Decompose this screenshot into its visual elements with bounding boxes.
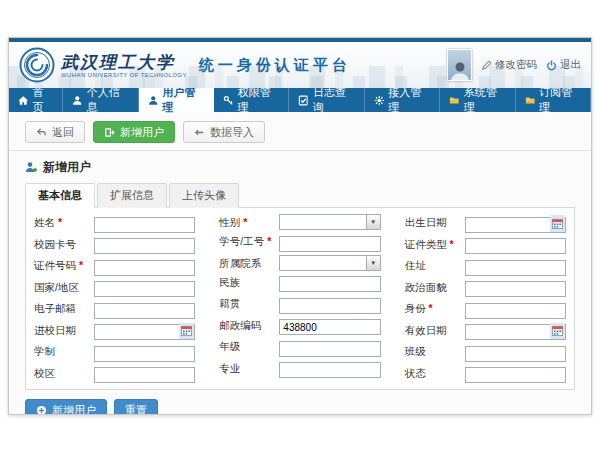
user-avatar[interactable] [447,49,472,81]
student-staff-id-input[interactable] [279,236,380,252]
reset-label: 重置 [125,403,147,416]
nav-label: 用户管理 [162,85,204,115]
status-label: 状态 [405,365,465,384]
form-tabs: 基本信息 扩展信息 上传头像 [25,183,575,208]
school-system-input[interactable] [94,346,195,362]
reset-button[interactable]: 重置 [114,399,158,415]
campus-card-no-input[interactable] [94,238,195,254]
logout-button[interactable]: 退出 [546,58,581,72]
major-input[interactable] [279,362,380,378]
gender-selected-value [280,215,365,229]
nav-item-user-management[interactable]: 用户管理 [139,88,214,112]
grade-input[interactable] [279,341,380,357]
nav-item-subscription-management[interactable]: 订阅管理 [516,88,591,112]
country-region-label: 国家/地区 [34,279,94,298]
name-input[interactable] [94,217,195,233]
nav-label: 日志查询 [313,85,355,115]
form-column: 性别▼学号/工号所属院系▼民族籍贯邮政编码年级专业 [219,214,380,383]
native-place-input[interactable] [279,298,380,314]
birth-date-field [465,214,566,233]
class-label: 班级 [405,343,465,362]
nav-item-personal-info[interactable]: 个人信息 [63,88,138,112]
section-title: 新增用户 [43,159,91,176]
app-window: 武汉理工大学 WUHAN UNIVERSITY OF TECHNOLOGY 统一… [8,37,592,415]
gear-icon [374,95,384,106]
class-input[interactable] [465,346,566,362]
identity-field [465,300,566,319]
add-user-submit-button[interactable]: 新增用户 [25,399,107,415]
tab-extended-info[interactable]: 扩展信息 [97,183,167,208]
id-number-input[interactable] [94,260,195,276]
main-nav: 首页 个人信息 用户管理 权限管理 日志查询 接入管理 系统管理 订阅管理 [9,88,591,112]
home-icon [18,95,28,106]
key-icon [223,95,233,106]
nav-label: 接入管理 [388,85,430,115]
birth-date-label: 出生日期 [405,214,465,233]
campus-field [94,365,195,384]
avatar-silhouette-icon [450,60,470,81]
postal-code-input[interactable] [279,319,380,335]
student-staff-id-field [279,233,380,252]
entry-date-calendar-button[interactable] [179,323,194,340]
back-button[interactable]: 返回 [25,121,85,143]
valid-date-field [465,322,566,341]
identity-input[interactable] [465,303,566,319]
tab-upload-avatar[interactable]: 上传头像 [169,183,239,208]
school-system-field [94,343,195,362]
birth-date-calendar-button[interactable] [550,215,565,232]
nav-item-home[interactable]: 首页 [9,88,63,112]
folder-icon [449,95,459,106]
address-input[interactable] [465,260,566,276]
user-icon [148,95,158,106]
form-actions: 新增用户 重置 [25,399,575,415]
address-field [465,257,566,276]
change-password-label: 修改密码 [495,58,537,72]
political-status-field [465,279,566,298]
form-panel: 姓名校园卡号证件号码国家/地区电子邮箱进校日期学制校区性别▼学号/工号所属院系▼… [25,207,575,390]
tab-basic-info[interactable]: 基本信息 [25,183,95,208]
change-password-button[interactable]: 修改密码 [481,58,537,72]
country-region-input[interactable] [94,281,195,297]
person-add-icon [25,161,38,174]
nav-item-access-management[interactable]: 接入管理 [365,88,440,112]
pencil-icon [481,60,492,71]
id-type-input[interactable] [465,238,566,254]
university-name-en: WUHAN UNIVERSITY OF TECHNOLOGY [61,72,187,78]
nav-item-log-query[interactable]: 日志查询 [289,88,364,112]
name-field [94,214,195,233]
calendar-icon [552,325,563,336]
add-user-toolbar-button[interactable]: 新增用户 [93,121,175,143]
gender-select[interactable]: ▼ [279,214,380,230]
status-input[interactable] [465,367,566,383]
nav-item-permission-management[interactable]: 权限管理 [214,88,289,112]
department-selected-value [280,256,365,270]
ethnicity-input[interactable] [279,276,380,292]
department-field: ▼ [279,255,380,271]
dropdown-arrow-icon[interactable]: ▼ [366,215,380,229]
status-field [465,365,566,384]
postal-code-field [279,317,380,336]
log-check-icon [298,95,308,106]
class-field [465,343,566,362]
major-label: 专业 [219,360,279,379]
department-select[interactable]: ▼ [279,255,380,271]
nav-label: 权限管理 [238,85,280,115]
entry-date-label: 进校日期 [34,322,94,341]
add-user-icon [104,127,115,138]
entry-date-field [94,322,195,341]
data-import-button[interactable]: 数据导入 [183,121,265,143]
campus-card-no-field [94,236,195,255]
valid-date-calendar-button[interactable] [550,323,565,340]
email-input[interactable] [94,303,195,319]
political-status-input[interactable] [465,281,566,297]
country-region-field [94,279,195,298]
university-brand: 武汉理工大学 WUHAN UNIVERSITY OF TECHNOLOGY [61,53,187,78]
nav-label: 个人信息 [87,85,129,115]
id-number-field [94,257,195,276]
dropdown-arrow-icon[interactable]: ▼ [366,256,380,270]
nav-item-system-management[interactable]: 系统管理 [440,88,515,112]
postal-code-label: 邮政编码 [219,317,279,336]
campus-input[interactable] [94,367,195,383]
grade-label: 年级 [219,338,279,357]
native-place-label: 籍贯 [219,295,279,314]
